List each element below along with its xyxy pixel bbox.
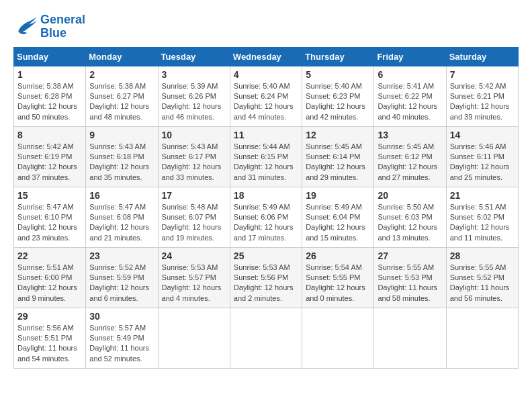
day-number: 2: [89, 69, 154, 80]
calendar-cell: [302, 308, 374, 368]
weekday-header-row: SundayMondayTuesdayWednesdayThursdayFrid…: [14, 47, 519, 66]
day-info: Sunrise: 5:57 AM Sunset: 5:49 PM Dayligh…: [89, 323, 154, 365]
calendar-table: SundayMondayTuesdayWednesdayThursdayFrid…: [13, 47, 519, 369]
calendar-cell: 25 Sunrise: 5:53 AM Sunset: 5:56 PM Dayl…: [230, 247, 302, 308]
day-info: Sunrise: 5:53 AM Sunset: 5:56 PM Dayligh…: [234, 263, 298, 304]
calendar-cell: 17 Sunrise: 5:48 AM Sunset: 6:07 PM Dayl…: [158, 187, 230, 247]
day-number: 24: [162, 250, 226, 261]
calendar-cell: 16 Sunrise: 5:47 AM Sunset: 6:08 PM Dayl…: [86, 187, 158, 247]
day-info: Sunrise: 5:54 AM Sunset: 5:55 PM Dayligh…: [306, 263, 370, 304]
day-number: 20: [378, 190, 442, 201]
calendar-cell: [230, 308, 302, 368]
day-info: Sunrise: 5:51 AM Sunset: 6:00 PM Dayligh…: [17, 263, 82, 304]
weekday-header-monday: Monday: [86, 47, 158, 66]
day-number: 19: [306, 190, 370, 201]
calendar-cell: 1 Sunrise: 5:38 AM Sunset: 6:28 PM Dayli…: [14, 66, 86, 126]
day-info: Sunrise: 5:47 AM Sunset: 6:08 PM Dayligh…: [89, 202, 154, 244]
day-info: Sunrise: 5:51 AM Sunset: 6:02 PM Dayligh…: [450, 202, 515, 244]
calendar-cell: 30 Sunrise: 5:57 AM Sunset: 5:49 PM Dayl…: [86, 308, 158, 368]
calendar-cell: 22 Sunrise: 5:51 AM Sunset: 6:00 PM Dayl…: [14, 247, 86, 308]
week-row-1: 1 Sunrise: 5:38 AM Sunset: 6:28 PM Dayli…: [14, 66, 519, 126]
day-number: 16: [89, 190, 154, 201]
day-number: 5: [306, 69, 370, 80]
day-info: Sunrise: 5:44 AM Sunset: 6:15 PM Dayligh…: [234, 142, 298, 183]
calendar-cell: 19 Sunrise: 5:49 AM Sunset: 6:04 PM Dayl…: [302, 187, 374, 247]
day-info: Sunrise: 5:53 AM Sunset: 5:57 PM Dayligh…: [162, 263, 226, 304]
calendar-cell: 23 Sunrise: 5:52 AM Sunset: 5:59 PM Dayl…: [86, 247, 158, 308]
day-info: Sunrise: 5:38 AM Sunset: 6:27 PM Dayligh…: [89, 81, 154, 123]
calendar-cell: 13 Sunrise: 5:45 AM Sunset: 6:12 PM Dayl…: [374, 126, 446, 187]
day-number: 22: [17, 250, 82, 261]
day-number: 28: [450, 250, 515, 261]
header: General Blue: [13, 13, 519, 40]
weekday-header-tuesday: Tuesday: [158, 47, 230, 66]
day-info: Sunrise: 5:40 AM Sunset: 6:24 PM Dayligh…: [234, 81, 298, 123]
weekday-header-saturday: Saturday: [446, 47, 518, 66]
week-row-4: 22 Sunrise: 5:51 AM Sunset: 6:00 PM Dayl…: [14, 247, 519, 308]
calendar-cell: 29 Sunrise: 5:56 AM Sunset: 5:51 PM Dayl…: [14, 308, 86, 368]
weekday-header-sunday: Sunday: [14, 47, 86, 66]
weekday-header-friday: Friday: [374, 47, 446, 66]
day-number: 10: [162, 130, 226, 140]
week-row-5: 29 Sunrise: 5:56 AM Sunset: 5:51 PM Dayl…: [14, 308, 519, 368]
week-row-3: 15 Sunrise: 5:47 AM Sunset: 6:10 PM Dayl…: [14, 187, 519, 247]
day-number: 26: [306, 250, 370, 261]
calendar-cell: 14 Sunrise: 5:46 AM Sunset: 6:11 PM Dayl…: [446, 126, 518, 187]
day-number: 9: [89, 130, 154, 140]
logo: General Blue: [13, 13, 85, 40]
day-info: Sunrise: 5:56 AM Sunset: 5:51 PM Dayligh…: [17, 323, 82, 365]
day-info: Sunrise: 5:48 AM Sunset: 6:07 PM Dayligh…: [162, 202, 226, 244]
day-number: 30: [89, 311, 154, 322]
calendar-cell: 21 Sunrise: 5:51 AM Sunset: 6:02 PM Dayl…: [446, 187, 518, 247]
day-number: 12: [306, 130, 370, 140]
calendar-cell: 9 Sunrise: 5:43 AM Sunset: 6:18 PM Dayli…: [86, 126, 158, 187]
day-number: 15: [17, 190, 82, 201]
day-info: Sunrise: 5:50 AM Sunset: 6:03 PM Dayligh…: [378, 202, 442, 244]
day-number: 4: [234, 69, 298, 80]
calendar-cell: [446, 308, 518, 368]
calendar-cell: 6 Sunrise: 5:41 AM Sunset: 6:22 PM Dayli…: [374, 66, 446, 126]
calendar-cell: 27 Sunrise: 5:55 AM Sunset: 5:53 PM Dayl…: [374, 247, 446, 308]
day-number: 11: [234, 130, 298, 140]
day-number: 8: [17, 130, 82, 140]
calendar-cell: 26 Sunrise: 5:54 AM Sunset: 5:55 PM Dayl…: [302, 247, 374, 308]
calendar-cell: 28 Sunrise: 5:55 AM Sunset: 5:52 PM Dayl…: [446, 247, 518, 308]
day-number: 18: [234, 190, 298, 201]
day-info: Sunrise: 5:55 AM Sunset: 5:53 PM Dayligh…: [378, 263, 442, 304]
day-number: 23: [89, 250, 154, 261]
day-info: Sunrise: 5:49 AM Sunset: 6:04 PM Dayligh…: [306, 202, 370, 244]
day-info: Sunrise: 5:42 AM Sunset: 6:21 PM Dayligh…: [450, 81, 515, 123]
day-info: Sunrise: 5:45 AM Sunset: 6:12 PM Dayligh…: [378, 142, 442, 183]
calendar-cell: 24 Sunrise: 5:53 AM Sunset: 5:57 PM Dayl…: [158, 247, 230, 308]
day-number: 21: [450, 190, 515, 201]
day-info: Sunrise: 5:46 AM Sunset: 6:11 PM Dayligh…: [450, 142, 515, 183]
day-number: 3: [162, 69, 226, 80]
day-info: Sunrise: 5:52 AM Sunset: 5:59 PM Dayligh…: [89, 263, 154, 304]
calendar-cell: 15 Sunrise: 5:47 AM Sunset: 6:10 PM Dayl…: [14, 187, 86, 247]
week-row-2: 8 Sunrise: 5:42 AM Sunset: 6:19 PM Dayli…: [14, 126, 519, 187]
day-number: 14: [450, 130, 515, 140]
calendar-cell: 5 Sunrise: 5:40 AM Sunset: 6:23 PM Dayli…: [302, 66, 374, 126]
calendar-cell: 3 Sunrise: 5:39 AM Sunset: 6:26 PM Dayli…: [158, 66, 230, 126]
calendar-cell: 20 Sunrise: 5:50 AM Sunset: 6:03 PM Dayl…: [374, 187, 446, 247]
day-info: Sunrise: 5:41 AM Sunset: 6:22 PM Dayligh…: [378, 81, 442, 123]
day-number: 6: [378, 69, 442, 80]
weekday-header-thursday: Thursday: [302, 47, 374, 66]
day-number: 27: [378, 250, 442, 261]
calendar-cell: 2 Sunrise: 5:38 AM Sunset: 6:27 PM Dayli…: [86, 66, 158, 126]
day-info: Sunrise: 5:39 AM Sunset: 6:26 PM Dayligh…: [162, 81, 226, 123]
calendar-cell: 4 Sunrise: 5:40 AM Sunset: 6:24 PM Dayli…: [230, 66, 302, 126]
calendar-cell: 7 Sunrise: 5:42 AM Sunset: 6:21 PM Dayli…: [446, 66, 518, 126]
day-info: Sunrise: 5:42 AM Sunset: 6:19 PM Dayligh…: [17, 142, 82, 183]
calendar-cell: 10 Sunrise: 5:43 AM Sunset: 6:17 PM Dayl…: [158, 126, 230, 187]
day-number: 1: [17, 69, 82, 80]
day-info: Sunrise: 5:38 AM Sunset: 6:28 PM Dayligh…: [17, 81, 82, 123]
day-number: 13: [378, 130, 442, 140]
calendar-cell: 18 Sunrise: 5:49 AM Sunset: 6:06 PM Dayl…: [230, 187, 302, 247]
day-info: Sunrise: 5:49 AM Sunset: 6:06 PM Dayligh…: [234, 202, 298, 244]
day-info: Sunrise: 5:45 AM Sunset: 6:14 PM Dayligh…: [306, 142, 370, 183]
day-info: Sunrise: 5:40 AM Sunset: 6:23 PM Dayligh…: [306, 81, 370, 123]
day-info: Sunrise: 5:43 AM Sunset: 6:18 PM Dayligh…: [89, 142, 154, 183]
calendar-cell: 11 Sunrise: 5:44 AM Sunset: 6:15 PM Dayl…: [230, 126, 302, 187]
day-info: Sunrise: 5:47 AM Sunset: 6:10 PM Dayligh…: [17, 202, 82, 244]
